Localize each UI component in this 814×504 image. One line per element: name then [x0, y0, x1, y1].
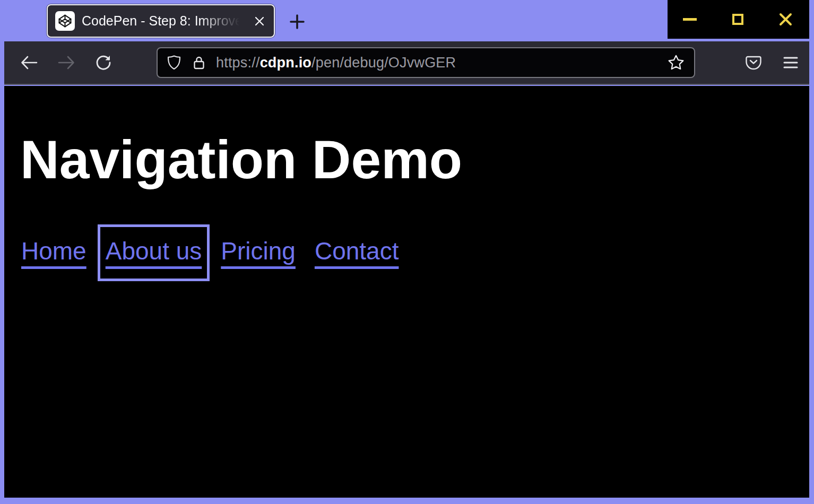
window-controls — [668, 0, 809, 39]
reload-icon — [95, 54, 112, 71]
address-bar[interactable]: https://cdpn.io/pen/debug/OJvwGER — [157, 47, 695, 78]
url-domain: cdpn.io — [260, 55, 311, 71]
hamburger-menu-icon — [783, 56, 799, 69]
nav-list: Home About us Pricing Contact — [20, 231, 809, 274]
browser-window: CodePen - Step 8: Improve focu — [0, 0, 814, 504]
nav-link-pricing[interactable]: Pricing — [220, 231, 297, 274]
close-window-button[interactable] — [774, 8, 797, 31]
page-viewport: Navigation Demo Home About us Pricing Co… — [4, 86, 809, 498]
url-text: https://cdpn.io/pen/debug/OJvwGER — [216, 55, 456, 71]
titlebar: CodePen - Step 8: Improve focu — [0, 0, 814, 41]
nav-link-about[interactable]: About us — [105, 231, 203, 274]
back-arrow-icon — [21, 55, 38, 70]
minimize-icon — [683, 18, 697, 21]
tab-title: CodePen - Step 8: Improve focu — [82, 13, 245, 29]
url-scheme: https:// — [216, 55, 260, 71]
new-tab-button[interactable] — [285, 10, 309, 33]
menu-button[interactable] — [780, 51, 802, 74]
browser-tab[interactable]: CodePen - Step 8: Improve focu — [47, 4, 275, 38]
pocket-icon — [745, 55, 762, 71]
bookmark-star-button[interactable] — [665, 52, 687, 73]
back-button[interactable] — [18, 51, 40, 74]
codepen-favicon — [55, 11, 75, 31]
forward-arrow-icon — [58, 55, 75, 70]
forward-button[interactable] — [55, 51, 77, 74]
nav-link-contact[interactable]: Contact — [314, 231, 400, 274]
plus-icon — [288, 13, 306, 31]
close-icon — [778, 12, 793, 27]
tab-close-icon[interactable] — [252, 13, 267, 29]
lock-icon[interactable] — [192, 55, 206, 71]
codepen-icon — [58, 14, 72, 28]
maximize-button[interactable] — [726, 8, 749, 31]
maximize-icon — [732, 14, 743, 25]
reload-button[interactable] — [92, 51, 115, 74]
site-navigation: Home About us Pricing Contact — [20, 231, 809, 274]
shield-icon[interactable] — [166, 55, 182, 71]
minimize-button[interactable] — [678, 8, 702, 31]
url-path: /pen/debug/OJvwGER — [311, 55, 456, 71]
page-title: Navigation Demo — [20, 132, 809, 188]
pocket-button[interactable] — [742, 51, 765, 74]
browser-toolbar: https://cdpn.io/pen/debug/OJvwGER — [4, 41, 809, 85]
nav-link-home[interactable]: Home — [20, 231, 88, 274]
